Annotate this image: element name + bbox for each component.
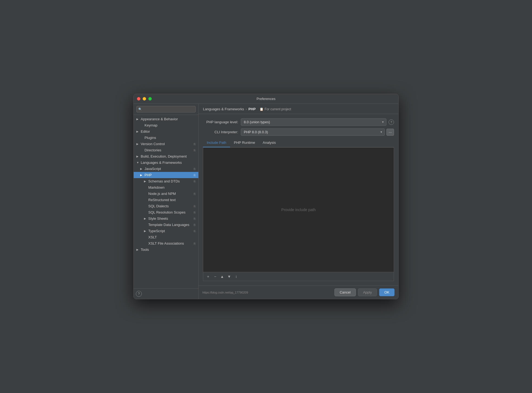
footer-url: https://blog.csdn.net/qq_17790209 <box>202 291 248 294</box>
sidebar-item-restructured-text[interactable]: ▶ ReStructured text <box>134 197 198 203</box>
sidebar-item-label: ReStructured text <box>148 198 176 202</box>
help-button[interactable]: ? <box>136 291 142 297</box>
close-button[interactable] <box>137 97 140 101</box>
maximize-button[interactable] <box>148 97 152 101</box>
cancel-button[interactable]: Cancel <box>334 288 356 296</box>
sidebar-bottom: ? <box>134 288 198 299</box>
sidebar-items: ▶ Appearance & Behavior ▶ Keymap ▶ Edito… <box>134 115 198 288</box>
sidebar-item-label: Node.js and NPM <box>148 192 176 196</box>
php-language-level-help-button[interactable]: ? <box>389 119 394 125</box>
tab-include-path[interactable]: Include Path <box>203 138 230 147</box>
chevron-right-icon: ▶ <box>144 180 148 183</box>
sidebar-item-languages-frameworks[interactable]: ▼ Languages & Frameworks <box>134 159 198 166</box>
sidebar-item-markdown[interactable]: ▶ Markdown <box>134 184 198 191</box>
php-language-level-row: PHP language level: 8.0 (union types) 5.… <box>203 118 394 126</box>
sidebar-item-label: JavaScript <box>145 167 161 171</box>
main-content: 🔍 ▶ Appearance & Behavior ▶ Keymap ▶ <box>134 104 398 299</box>
sidebar-item-sql-resolution-scopes[interactable]: ▶ SQL Resolution Scopes ⎘ <box>134 209 198 215</box>
chevron-right-icon: ▶ <box>136 130 140 133</box>
sort-button[interactable]: ↕ <box>233 273 239 280</box>
remove-path-button[interactable]: − <box>212 273 218 280</box>
tab-php-runtime-label: PHP Runtime <box>234 141 255 145</box>
tab-include-path-label: Include Path <box>207 141 226 145</box>
sidebar-item-label: Schemas and DTDs <box>148 179 180 183</box>
search-input[interactable] <box>136 106 196 112</box>
arrow-up-icon: ▲ <box>220 274 224 279</box>
sidebar-item-php[interactable]: ▶ PHP ⎘ <box>134 172 198 178</box>
tab-php-runtime[interactable]: PHP Runtime <box>230 138 259 147</box>
move-up-button[interactable]: ▲ <box>219 273 225 280</box>
chevron-right-icon: ▶ <box>136 155 140 158</box>
sidebar-item-xslt-file-associations[interactable]: ▶ XSLT File Associations ⎘ <box>134 240 198 247</box>
copy-icon: ⎘ <box>194 192 196 195</box>
tab-analysis-label: Analysis <box>263 141 276 145</box>
search-box: 🔍 <box>134 104 198 115</box>
chevron-down-icon: ▼ <box>136 161 140 164</box>
sidebar-item-label: PHP <box>145 173 152 177</box>
project-icon: 📋 <box>260 107 264 111</box>
sidebar: 🔍 ▶ Appearance & Behavior ▶ Keymap ▶ <box>134 104 199 299</box>
plus-icon: + <box>207 274 209 279</box>
sidebar-item-nodejs-npm[interactable]: ▶ Node.js and NPM ⎘ <box>134 191 198 197</box>
minimize-button[interactable] <box>143 97 146 101</box>
empty-hint-text: Provide include path <box>281 208 316 212</box>
sidebar-item-schemas-dtds[interactable]: ▶ Schemas and DTDs ⎘ <box>134 178 198 184</box>
breadcrumb: Languages & Frameworks › PHP 📋 For curre… <box>199 104 398 114</box>
cli-interpreter-ellipsis-button[interactable]: ··· <box>386 129 394 136</box>
php-language-level-select[interactable]: 8.0 (union types) 5.35.45.55.6 7.07.17.2… <box>241 118 386 126</box>
titlebar: Preferences <box>134 94 398 104</box>
sort-icon: ↕ <box>235 274 237 279</box>
sidebar-item-label: Languages & Frameworks <box>141 161 182 165</box>
php-language-level-label: PHP language level: <box>203 120 241 124</box>
sidebar-item-label: XSLT File Associations <box>148 241 184 245</box>
traffic-lights <box>137 97 152 101</box>
include-path-empty-area: Provide include path <box>203 148 394 272</box>
chevron-right-icon: ▶ <box>136 118 140 121</box>
copy-icon: ⎘ <box>194 149 196 152</box>
chevron-right-icon: ▶ <box>144 229 148 232</box>
footer-buttons: Cancel Apply OK <box>334 288 395 296</box>
breadcrumb-parent: Languages & Frameworks <box>203 107 244 111</box>
breadcrumb-separator: › <box>246 107 247 111</box>
add-path-button[interactable]: + <box>205 273 211 280</box>
sidebar-item-plugins[interactable]: ▶ Plugins <box>134 135 198 141</box>
sidebar-item-keymap[interactable]: ▶ Keymap <box>134 122 198 128</box>
sidebar-item-directories[interactable]: ▶ Directories ⎘ <box>134 147 198 153</box>
ok-button[interactable]: OK <box>379 288 395 296</box>
project-badge: 📋 For current project <box>260 107 291 111</box>
tab-analysis[interactable]: Analysis <box>259 138 280 147</box>
search-wrap: 🔍 <box>136 106 196 112</box>
sidebar-item-label: XSLT <box>148 235 157 239</box>
sidebar-item-label: Version Control <box>141 142 165 146</box>
tabs: Include Path PHP Runtime Analysis <box>203 138 394 147</box>
copy-icon: ⎘ <box>194 223 196 227</box>
sidebar-item-build-execution-deployment[interactable]: ▶ Build, Execution, Deployment <box>134 153 198 159</box>
tab-toolbar: + − ▲ ▼ ↕ <box>203 272 394 281</box>
sidebar-item-javascript[interactable]: ▶ JavaScript ⎘ <box>134 166 198 172</box>
sidebar-item-label: SQL Resolution Scopes <box>148 210 186 214</box>
content-area: Languages & Frameworks › PHP 📋 For curre… <box>199 104 398 299</box>
project-label: For current project <box>265 107 291 111</box>
move-down-button[interactable]: ▼ <box>226 273 232 280</box>
sidebar-item-template-data-languages[interactable]: ▶ Template Data Languages ⎘ <box>134 222 198 228</box>
cli-interpreter-select[interactable]: PHP 8.0 (8.0.3) <box>241 128 385 136</box>
copy-icon: ⎘ <box>194 211 196 214</box>
cli-interpreter-row: CLI Interpreter: PHP 8.0 (8.0.3) ▼ ··· <box>203 128 394 136</box>
sidebar-item-xslt[interactable]: ▶ XSLT <box>134 234 198 240</box>
sidebar-item-label: Tools <box>141 248 149 252</box>
window-title: Preferences <box>257 97 275 101</box>
sidebar-item-label: Plugins <box>145 136 156 140</box>
chevron-right-icon: ▶ <box>140 174 144 176</box>
sidebar-item-tools[interactable]: ▶ Tools <box>134 247 198 253</box>
sidebar-item-typescript[interactable]: ▶ TypeScript ⎘ <box>134 228 198 234</box>
cli-interpreter-label: CLI Interpreter: <box>203 130 241 134</box>
copy-icon: ⎘ <box>194 205 196 208</box>
apply-button[interactable]: Apply <box>358 288 377 296</box>
sidebar-item-sql-dialects[interactable]: ▶ SQL Dialects ⎘ <box>134 203 198 209</box>
sidebar-item-appearance-behavior[interactable]: ▶ Appearance & Behavior <box>134 116 198 122</box>
copy-icon: ⎘ <box>194 229 196 233</box>
sidebar-item-style-sheets[interactable]: ▶ Style Sheets ⎘ <box>134 215 198 222</box>
arrow-down-icon: ▼ <box>227 274 231 279</box>
sidebar-item-editor[interactable]: ▶ Editor <box>134 128 198 135</box>
sidebar-item-version-control[interactable]: ▶ Version Control ⎘ <box>134 141 198 147</box>
